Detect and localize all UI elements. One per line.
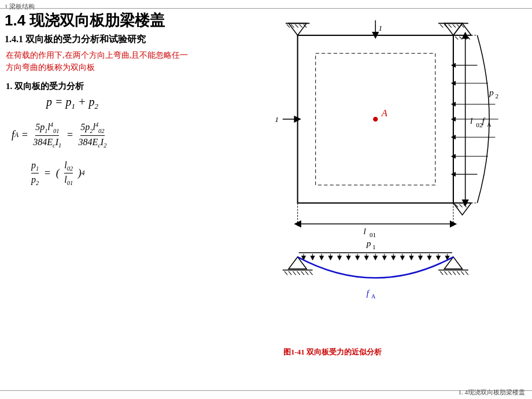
svg-line-17 bbox=[459, 36, 462, 39]
svg-line-60 bbox=[466, 271, 468, 275]
svg-line-16 bbox=[455, 36, 458, 39]
structural-diagram: A 1 1 l 02 p 2 bbox=[249, 17, 526, 353]
svg-line-49 bbox=[301, 271, 304, 275]
fraction1-num: 5p1l401 bbox=[35, 121, 59, 136]
svg-line-47 bbox=[293, 271, 295, 275]
svg-text:f: f bbox=[367, 289, 370, 298]
svg-text:2: 2 bbox=[495, 93, 498, 99]
svg-line-46 bbox=[289, 271, 291, 275]
formula-fa: fA = 5p1l401 384EcI1 = 5p2l402 384EcI2 bbox=[12, 121, 231, 149]
formula-p: p = p1 + p2 bbox=[46, 95, 231, 111]
fraction-p: p1 p2 bbox=[31, 160, 39, 186]
fraction2-num: 5p2l402 bbox=[80, 121, 104, 136]
svg-line-57 bbox=[453, 271, 456, 275]
svg-text:l: l bbox=[364, 226, 366, 236]
fraction2-den: 384EcI2 bbox=[78, 136, 106, 149]
svg-text:A: A bbox=[371, 293, 376, 300]
description-text: 在荷载的作用下,在两个方向上弯曲,且不能忽略任一 方向弯曲的板称为双向板 bbox=[6, 49, 202, 73]
svg-line-92 bbox=[449, 24, 452, 27]
fraction1: 5p1l401 384EcI1 bbox=[33, 121, 61, 149]
svg-line-86 bbox=[300, 24, 302, 27]
svg-point-2 bbox=[373, 117, 378, 121]
svg-marker-52 bbox=[444, 257, 462, 269]
svg-line-93 bbox=[453, 24, 456, 27]
svg-text:A: A bbox=[381, 108, 388, 119]
section-heading: 1. 双向板的受力分析 bbox=[6, 81, 84, 92]
svg-text:p: p bbox=[366, 238, 371, 248]
fraction-l: l02 l01 bbox=[64, 160, 73, 186]
svg-line-48 bbox=[297, 271, 300, 275]
fraction-p-num: p1 bbox=[31, 160, 39, 173]
breadcrumb-top: 1 梁板结构 bbox=[5, 2, 35, 11]
svg-text:1: 1 bbox=[275, 115, 279, 124]
svg-text:l: l bbox=[470, 116, 472, 125]
formula-ratio: p1 p2 = ( l02 l01 )4 bbox=[29, 160, 231, 186]
svg-text:A: A bbox=[487, 121, 492, 128]
svg-text:1: 1 bbox=[372, 243, 376, 250]
top-divider bbox=[0, 8, 532, 9]
desc-line2: 方向弯曲的板称为双向板 bbox=[6, 63, 95, 72]
svg-line-54 bbox=[440, 271, 443, 275]
breadcrumb-bottom: 1. 4现浇双向板肋梁楼盖 bbox=[459, 388, 526, 397]
svg-line-94 bbox=[457, 24, 460, 27]
svg-line-19 bbox=[468, 36, 470, 39]
fraction-p-den: p2 bbox=[31, 173, 39, 186]
svg-line-23 bbox=[459, 204, 462, 207]
fraction1-den: 384EcI1 bbox=[33, 136, 61, 149]
fraction-l-num: l02 bbox=[64, 160, 73, 173]
formula-area: p = p1 + p2 fA = 5p1l401 384EcI1 = 5p2l4… bbox=[12, 95, 231, 186]
bottom-divider bbox=[0, 390, 532, 391]
svg-text:f: f bbox=[482, 116, 486, 125]
svg-line-50 bbox=[305, 271, 308, 275]
svg-marker-14 bbox=[453, 23, 471, 35]
section-number: 1. bbox=[6, 82, 12, 91]
svg-marker-43 bbox=[289, 257, 306, 269]
svg-line-51 bbox=[309, 271, 312, 275]
svg-text:1: 1 bbox=[378, 24, 382, 32]
sub-title: 1.4.1 双向板的受力分析和试验研究 bbox=[5, 34, 146, 46]
fraction-l-den: l01 bbox=[64, 173, 73, 186]
svg-line-24 bbox=[464, 204, 467, 207]
svg-text:01: 01 bbox=[370, 231, 376, 238]
svg-line-58 bbox=[457, 271, 460, 275]
desc-line1: 在荷载的作用下,在两个方向上弯曲,且不能忽略任一 bbox=[6, 51, 188, 60]
svg-line-59 bbox=[461, 271, 464, 275]
svg-line-56 bbox=[449, 271, 452, 275]
svg-line-55 bbox=[444, 271, 447, 275]
svg-line-85 bbox=[295, 24, 298, 27]
svg-line-90 bbox=[440, 24, 443, 27]
svg-line-45 bbox=[285, 271, 287, 275]
main-title: 1.4 现浇双向板肋梁楼盖 bbox=[5, 10, 165, 31]
fraction2: 5p2l402 384EcI2 bbox=[78, 121, 106, 149]
svg-text:p: p bbox=[489, 87, 494, 97]
